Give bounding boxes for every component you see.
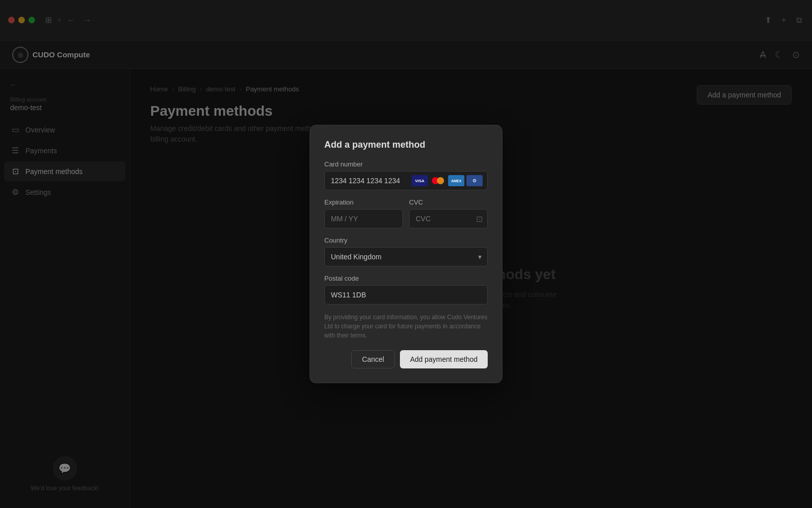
cvc-label: CVC [409,198,488,206]
expiration-input[interactable] [324,209,403,228]
add-payment-modal: Add a payment method Card number VISA AM… [310,125,502,383]
postal-code-input[interactable] [324,285,488,304]
diners-icon: ⊙ [466,175,483,186]
cvc-wrapper: ⊡ [409,209,488,228]
add-payment-method-button[interactable]: Add payment method [400,350,488,368]
postal-code-label: Postal code [324,275,488,282]
modal-title: Add a payment method [324,140,488,150]
modal-overlay[interactable]: Add a payment method Card number VISA AM… [0,0,812,508]
cvc-card-icon: ⊡ [476,214,483,224]
postal-code-group: Postal code [324,275,488,304]
cancel-button[interactable]: Cancel [351,350,395,368]
amex-icon: AMEX [448,175,464,186]
expiry-cvc-row: Expiration CVC ⊡ [324,198,488,236]
card-number-group: Card number VISA AMEX ⊙ [324,160,488,190]
expiration-group: Expiration [324,198,403,228]
country-select-wrapper: United Kingdom United States Canada Aust… [324,247,488,266]
mastercard-icon [430,175,446,186]
cvc-group: CVC ⊡ [409,198,488,228]
expiration-label: Expiration [324,198,403,206]
terms-text: By providing your card information, you … [324,313,488,340]
card-number-label: Card number [324,160,488,168]
country-label: Country [324,236,488,244]
country-select[interactable]: United Kingdom United States Canada Aust… [324,247,488,266]
country-group: Country United Kingdom United States Can… [324,236,488,266]
card-number-wrapper: VISA AMEX ⊙ [324,171,488,190]
card-brand-icons: VISA AMEX ⊙ [412,175,483,186]
modal-actions: Cancel Add payment method [324,350,488,368]
visa-icon: VISA [412,175,428,186]
